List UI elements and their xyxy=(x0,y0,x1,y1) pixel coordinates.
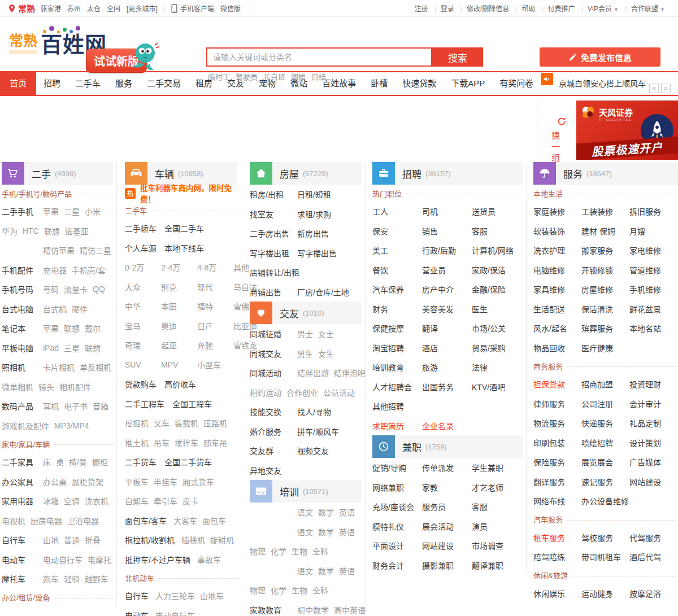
category-link[interactable]: 结伴泡吧 xyxy=(334,367,366,378)
category-link[interactable]: 旋耕机 xyxy=(210,534,234,545)
category-link[interactable]: 电动自行车 xyxy=(43,554,82,565)
mobile-link[interactable]: 手机客户端 xyxy=(180,5,214,13)
category-link[interactable]: 销售 xyxy=(422,225,472,237)
category-link[interactable]: 小型车 xyxy=(197,359,233,370)
category-link[interactable]: 压路机 xyxy=(203,417,227,429)
category-link[interactable]: 起亚 xyxy=(161,339,197,351)
topbar-link[interactable]: VIP会员▼ xyxy=(588,5,619,13)
category-link[interactable]: 奇瑞 xyxy=(125,339,161,351)
category-link[interactable]: 平面设计 xyxy=(372,540,422,551)
category-link[interactable]: 语文 xyxy=(297,506,313,518)
category-link[interactable]: 越野车 xyxy=(85,573,108,584)
category-link[interactable]: 数学 xyxy=(318,506,334,518)
category-link[interactable]: 带司机租车 xyxy=(581,551,629,562)
nav-item[interactable]: 交友 xyxy=(220,72,251,95)
category-link[interactable]: 橱柜 xyxy=(92,456,108,468)
category-link[interactable]: 搬家服务 xyxy=(581,244,629,256)
category-link[interactable]: 厢式货车 xyxy=(182,476,214,487)
current-city[interactable]: 常熟 xyxy=(18,2,35,14)
category-link[interactable]: 电子书 xyxy=(64,400,88,412)
category-link[interactable]: 三星 xyxy=(64,342,80,353)
category-link[interactable]: 相机配件 xyxy=(59,381,91,392)
category-link[interactable]: 奥迪 xyxy=(161,320,197,331)
category-link[interactable]: 家庭装修 xyxy=(533,206,581,217)
column-title[interactable]: 二手 xyxy=(32,167,51,181)
category-link[interactable]: 卡片相机 xyxy=(43,361,75,373)
category-link[interactable]: 联想 xyxy=(44,225,60,237)
category-label[interactable]: 平板电脑 xyxy=(2,342,43,353)
category-link[interactable]: 家电维修 xyxy=(629,244,677,256)
nav-item[interactable]: 下载APP xyxy=(444,72,492,95)
nav-item[interactable]: 微站 xyxy=(283,72,315,95)
category-link[interactable]: 叉车 xyxy=(154,417,169,429)
column-title[interactable]: 房屋 xyxy=(280,167,299,181)
category-link[interactable]: 冰箱 xyxy=(43,495,59,506)
category-link[interactable]: 戴尔 xyxy=(85,322,101,334)
category-link[interactable]: 物品回收 xyxy=(533,342,581,353)
category-link[interactable]: 餐饮 xyxy=(372,264,422,276)
category-link[interactable]: 金融/保险 xyxy=(472,283,521,295)
category-link[interactable]: 0-2万 xyxy=(125,261,161,273)
category-link[interactable]: 财务会计 xyxy=(372,560,422,571)
category-link[interactable]: 自卸车 xyxy=(125,495,149,506)
category-link[interactable]: 写字楼出租 xyxy=(250,247,297,259)
category-link[interactable]: 租房/出租 xyxy=(250,189,297,200)
category-label[interactable]: 自行车 xyxy=(125,590,149,601)
category-label[interactable]: 抵押车/不过户车辆 xyxy=(125,554,190,565)
category-link[interactable]: 酒后代驾 xyxy=(629,551,677,562)
category-link[interactable]: 小米 xyxy=(85,206,101,217)
category-link[interactable]: 司机 xyxy=(422,206,472,217)
category-link[interactable]: 轻骑 xyxy=(64,573,80,584)
column-title[interactable]: 车辆 xyxy=(155,167,174,181)
category-link[interactable]: 担保贷款 xyxy=(533,378,581,390)
category-link[interactable]: 面包车 xyxy=(202,515,226,526)
category-link[interactable]: 摄影兼职 xyxy=(422,560,472,571)
category-link[interactable]: 招商加盟 xyxy=(581,378,629,390)
category-link[interactable]: 殡葬服务 xyxy=(581,322,629,334)
category-link[interactable]: 挖掘机 xyxy=(125,417,149,429)
category-link[interactable]: 陪驾陪练 xyxy=(533,551,581,562)
nav-item[interactable]: 二手车 xyxy=(68,72,108,95)
category-link[interactable]: 本地下线车 xyxy=(164,242,204,254)
category-link[interactable]: 鲜花盆景 xyxy=(629,303,677,314)
category-link[interactable]: 物理 xyxy=(250,584,266,596)
nav-item[interactable]: 首页 xyxy=(0,72,36,95)
category-link[interactable]: 律师服务 xyxy=(533,398,581,409)
hot-promo-link[interactable]: 批车利器车商内网，限时免费！ xyxy=(140,182,241,204)
category-link[interactable]: 化学 xyxy=(271,584,286,596)
category-link[interactable]: 贸易/采购 xyxy=(472,342,521,353)
announcement-prev-button[interactable]: < xyxy=(649,84,659,93)
category-link[interactable]: 市场调查 xyxy=(472,540,521,551)
category-link[interactable]: 牵引车 xyxy=(154,495,177,506)
category-link[interactable]: 营业员 xyxy=(422,264,472,276)
category-link[interactable]: 本地名站 xyxy=(629,322,677,334)
category-link[interactable]: 市场/公关 xyxy=(472,322,521,334)
category-label[interactable]: 手机号码 xyxy=(2,283,43,295)
category-link[interactable]: 厂房/仓库/土地 xyxy=(297,286,349,298)
category-link[interactable]: 游戏机及配件 xyxy=(2,420,49,431)
category-link[interactable]: 展览展会 xyxy=(581,456,629,468)
category-link[interactable]: 二手轿车 xyxy=(125,222,157,234)
category-link[interactable]: 保洁清洗 xyxy=(581,303,629,314)
category-link[interactable]: 快递服务 xyxy=(581,417,629,429)
category-link[interactable]: 写字楼出售 xyxy=(297,247,345,259)
category-link[interactable]: 家教 xyxy=(422,482,472,493)
search-input[interactable] xyxy=(206,47,432,67)
city-link[interactable]: 苏州 xyxy=(67,5,81,13)
category-link[interactable]: 推土机 xyxy=(125,437,149,448)
category-link[interactable]: 管道维修 xyxy=(629,264,677,276)
mobile-link[interactable]: 微信版 xyxy=(220,5,241,13)
category-link[interactable]: 充电器 xyxy=(43,264,67,276)
category-link[interactable]: 电摩托 xyxy=(88,554,111,565)
topbar-link[interactable]: 合作联盟▼ xyxy=(631,5,665,13)
category-link[interactable]: 二手工程车 xyxy=(125,398,164,409)
category-link[interactable]: 大众 xyxy=(125,281,161,292)
category-link[interactable]: 医疗健康 xyxy=(581,342,629,353)
category-label[interactable]: 摩托车 xyxy=(2,573,43,584)
category-link[interactable]: 培训教育 xyxy=(372,361,422,373)
category-link[interactable]: 贷款购车 xyxy=(125,378,157,390)
category-link[interactable]: 演员 xyxy=(472,521,521,532)
category-label[interactable]: 台式电脑 xyxy=(2,303,43,314)
column-title[interactable]: 招聘 xyxy=(402,167,421,181)
category-link[interactable]: 大客车 xyxy=(173,515,197,526)
